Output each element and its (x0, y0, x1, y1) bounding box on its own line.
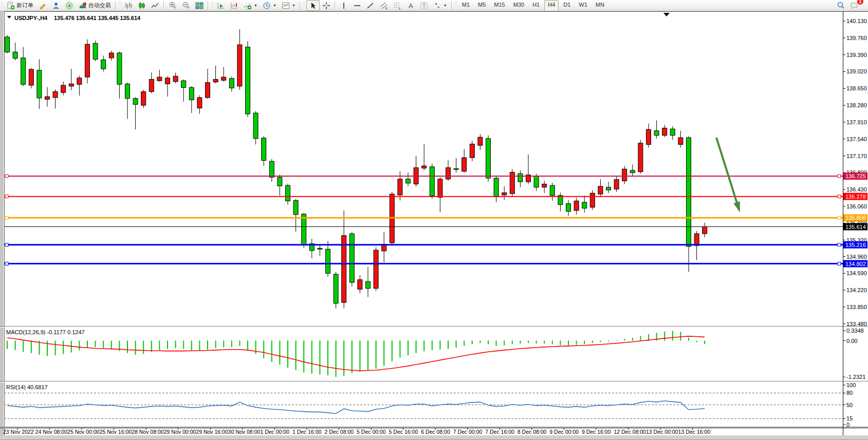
candle-body (566, 204, 571, 212)
chart-shift-icon (230, 2, 238, 10)
clock-icon (263, 2, 271, 10)
timeframe-H1[interactable]: H1 (529, 0, 543, 11)
candle-body (29, 69, 33, 85)
candle-body (253, 113, 258, 139)
templates-button[interactable]: ▼ (279, 0, 298, 11)
line-handle[interactable] (5, 175, 8, 178)
candle (590, 190, 595, 210)
chart-canvas[interactable]: 140.130139.760139.390139.020138.650138.2… (0, 0, 868, 440)
search-button[interactable] (834, 0, 847, 11)
price-tick-label: 133.480 (846, 321, 867, 327)
indicators-button[interactable]: ▼ (241, 0, 260, 11)
horizontal-line-tool-button[interactable] (350, 0, 364, 11)
time-tick-label: 6 Dec 08:00 (421, 429, 450, 435)
text-label-tool-button[interactable]: T (417, 0, 431, 11)
candle (93, 41, 98, 61)
candle-body (630, 170, 635, 173)
time-tick-label: 13 Dec 16:00 (678, 429, 711, 435)
time-tick-label: 9 Dec 00:00 (549, 429, 579, 435)
price-flag-text: 136.725 (845, 173, 866, 179)
candle-body (454, 168, 458, 169)
candle-body (334, 274, 338, 303)
zoom-in-button[interactable] (166, 0, 179, 11)
timeframe-W1[interactable]: W1 (575, 0, 591, 11)
toolbar-grip[interactable] (1, 2, 3, 9)
autotrading-button[interactable]: 自动交易 (76, 0, 114, 11)
trendline-tool-button[interactable] (364, 0, 377, 11)
candle-body (366, 281, 371, 288)
line-handle[interactable] (5, 195, 8, 198)
price-flag-135.808: 135.808 (843, 214, 867, 221)
candlestick-chart-button[interactable] (135, 0, 149, 11)
bar-chart-button[interactable] (122, 0, 135, 11)
line-chart-button[interactable] (149, 0, 162, 11)
candle-body (101, 60, 106, 69)
line-handle[interactable] (838, 262, 841, 265)
timeframe-MN[interactable]: MN (592, 0, 608, 11)
candle-body (157, 77, 162, 81)
candle-body (318, 248, 322, 250)
candle-body (149, 80, 154, 92)
candle-body (93, 43, 98, 59)
channel-tool-button[interactable]: E (377, 0, 391, 11)
candle-body (85, 44, 90, 77)
candle-body (141, 91, 146, 105)
candle-body (510, 172, 514, 194)
text-tool-button[interactable]: A (404, 0, 417, 11)
timeframe-M15[interactable]: M15 (490, 0, 508, 11)
candle-body (398, 179, 402, 195)
arrows-tool-button[interactable]: ▼ (431, 0, 450, 11)
candle (510, 169, 514, 196)
candle-body (181, 81, 186, 87)
fibonacci-tool-button[interactable]: F (391, 0, 404, 11)
periods-button[interactable]: ▼ (260, 0, 279, 11)
line-handle[interactable] (838, 175, 841, 178)
chart-shift-button[interactable] (228, 0, 241, 11)
profile-button[interactable] (49, 0, 63, 11)
line-handle[interactable] (5, 243, 8, 246)
candle-body (590, 193, 595, 207)
candle-body (614, 180, 619, 189)
price-tick-label: 137.540 (846, 136, 867, 142)
timeframe-bar: M1M5M15M30H1H4D1W1MN (458, 0, 608, 11)
tile-windows-button[interactable] (193, 0, 206, 11)
line-handle[interactable] (5, 262, 8, 265)
candle-body (662, 128, 667, 135)
time-tick-label: 9 Dec 16:00 (582, 429, 611, 435)
text-label-icon: T (420, 2, 428, 10)
rsi-label: RSI(14) 40.6817 (6, 384, 48, 390)
timeframe-M1[interactable]: M1 (458, 0, 473, 11)
candle-body (165, 78, 170, 84)
auto-scroll-button[interactable] (214, 0, 228, 11)
metaeditor-button[interactable] (36, 0, 49, 11)
notification-badge: 1 (857, 0, 863, 5)
zoom-out-button[interactable] (179, 0, 193, 11)
line-handle[interactable] (838, 195, 841, 198)
horizontal-line-icon (353, 2, 361, 10)
timeframe-M5[interactable]: M5 (474, 0, 489, 11)
candle-body (117, 53, 122, 84)
candle-body (358, 280, 362, 290)
strategy-tester-button[interactable] (63, 0, 76, 11)
crosshair-tool-button[interactable] (320, 0, 333, 11)
candle (349, 232, 354, 286)
vertical-line-tool-button[interactable] (337, 0, 350, 11)
line-handle[interactable] (5, 216, 8, 219)
timeframe-M30[interactable]: M30 (510, 0, 528, 11)
candlestick-icon (138, 2, 146, 10)
candle (334, 272, 338, 309)
price-tick-label: 139.390 (846, 52, 867, 58)
time-tick-label: 13 Dec 00:00 (646, 429, 678, 435)
line-handle[interactable] (838, 243, 841, 246)
notifications-button[interactable]: 1 (847, 0, 861, 11)
mt4-window: { "toolbar": { "new_order_label": "新订单",… (0, 0, 868, 440)
line-handle[interactable] (838, 216, 841, 219)
candle-body (550, 185, 555, 196)
timeframe-D1[interactable]: D1 (560, 0, 574, 11)
candle-body (213, 80, 218, 82)
cursor-tool-button[interactable] (306, 0, 320, 11)
new-order-button[interactable]: 新订单 (4, 0, 36, 11)
timeframe-H4[interactable]: H4 (544, 0, 559, 11)
time-axis[interactable]: 23 Nov 202224 Nov 08:0025 Nov 00:0025 No… (3, 428, 710, 435)
candle-body (518, 174, 523, 182)
